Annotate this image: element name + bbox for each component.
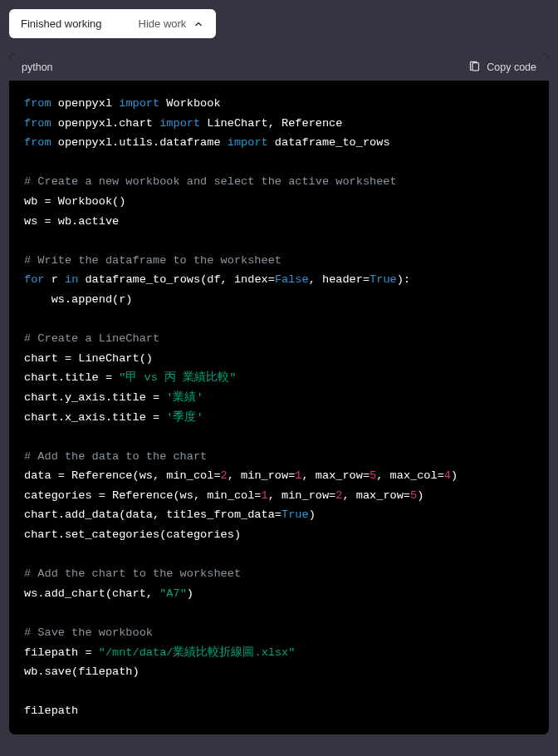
clipboard-icon (468, 61, 481, 73)
copy-label: Copy code (487, 61, 536, 73)
code-content[interactable]: from openpyxl import Workbook from openp… (9, 81, 549, 734)
language-label: python (22, 61, 53, 73)
status-label: Finished working (21, 17, 102, 30)
copy-code-button[interactable]: Copy code (468, 61, 536, 73)
hide-work-toggle[interactable]: Hide work (139, 17, 205, 30)
svg-rect-0 (472, 63, 479, 71)
chevron-up-icon (193, 18, 204, 30)
code-header: python Copy code (9, 53, 549, 81)
hide-work-label: Hide work (139, 17, 187, 30)
working-status-pill[interactable]: Finished working Hide work (9, 9, 216, 38)
code-block: python Copy code from openpyxl import Wo… (9, 53, 549, 734)
